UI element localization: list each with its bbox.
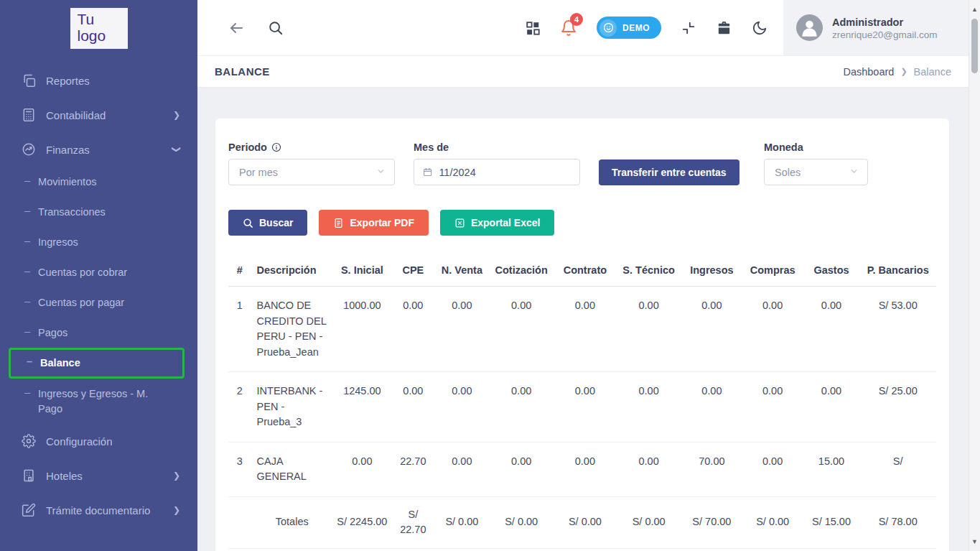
arrow-left-icon	[228, 19, 245, 37]
sidebar-subitem-ingresos[interactable]: – Ingresos	[0, 227, 197, 257]
cell-compras: 0.00	[742, 442, 803, 496]
sidebar-subitem-ingresos-egresos[interactable]: – Ingresos y Egresos - M. Pago	[0, 379, 197, 424]
total-contrato: S/ 0.00	[554, 496, 617, 548]
avatar	[796, 14, 823, 41]
sidebar-subitem-pagos[interactable]: – Pagos	[0, 318, 197, 348]
cell-gastos: 0.00	[803, 372, 860, 443]
total-cotizacion: S/ 0.00	[489, 496, 554, 548]
col-gastos: Gastos	[803, 256, 860, 287]
sidebar-item-reportes[interactable]: Reportes	[0, 63, 197, 98]
top-header: 4 DEMO Administrador	[197, 0, 969, 55]
notification-badge: 4	[570, 13, 583, 26]
export-pdf-label: Exportar PDF	[350, 217, 414, 228]
sidebar-nav: Reportes Contabilidad ❯ Finanzas ❯ – Mov…	[0, 63, 197, 527]
transfer-between-accounts-button[interactable]: Transferir entre cuentas	[599, 159, 739, 185]
search-button[interactable]	[268, 20, 284, 36]
col-s-tecnico: S. Técnico	[616, 256, 681, 287]
row-description: BANCO DE CREDITO DEL PERU - PEN - Prueba…	[251, 287, 333, 372]
document-edit-icon	[22, 503, 36, 517]
periodo-label: Periodo	[228, 142, 267, 153]
cell-s-inicial: 1245.00	[333, 372, 391, 443]
window-scrollbar[interactable]: ▲ ▼	[969, 0, 980, 551]
totals-label: Totales	[251, 496, 333, 548]
sidebar-item-tramite-documentario[interactable]: Trámite documentario ❯	[0, 493, 197, 527]
total-p-bancarios: S/ 78.00	[859, 496, 936, 548]
chevron-down-icon: ❯	[172, 146, 182, 153]
mes-label: Mes de	[414, 142, 580, 153]
sidebar-subitem-transacciones[interactable]: – Transacciones	[0, 197, 197, 227]
cell-cotizacion: 0.00	[489, 287, 554, 372]
row-num: 1	[228, 287, 251, 372]
periodo-select[interactable]: Por mes	[228, 159, 395, 185]
scroll-up-arrow-icon[interactable]: ▲	[969, 6, 980, 13]
buscar-button[interactable]: Buscar	[228, 210, 307, 236]
cell-n-venta: 0.00	[435, 372, 489, 443]
cell-s-tecnico: 0.00	[616, 287, 681, 372]
cell-cpe: 0.00	[391, 372, 435, 443]
sidebar-item-label: Hoteles	[46, 470, 173, 482]
breadcrumb-dashboard-link[interactable]: Dashboard	[843, 66, 894, 78]
scroll-down-arrow-icon[interactable]: ▼	[969, 538, 980, 545]
col-descripcion: Descripción	[251, 256, 333, 287]
dark-mode-button[interactable]	[752, 20, 767, 36]
briefcase-icon	[716, 19, 732, 36]
cell-ingresos: 0.00	[681, 287, 742, 372]
sidebar-subitem-movimientos[interactable]: – Movimientos	[0, 167, 197, 197]
moneda-selected-value: Soles	[775, 167, 801, 178]
sidebar-subitem-balance-active[interactable]: – Balance	[9, 348, 185, 379]
gear-icon	[22, 434, 36, 448]
export-pdf-button[interactable]: Exportar PDF	[319, 210, 428, 236]
export-excel-button[interactable]: Exportal Excel	[440, 210, 555, 236]
back-button[interactable]	[228, 19, 245, 37]
calendar-icon	[423, 167, 432, 177]
mes-input[interactable]	[439, 167, 571, 178]
sidebar-item-configuracion[interactable]: Configuración	[0, 424, 197, 458]
compress-icon	[681, 20, 696, 36]
search-icon	[268, 20, 284, 36]
export-excel-label: Exportal Excel	[471, 217, 541, 228]
moneda-select[interactable]: Soles	[764, 159, 868, 185]
compress-screen-button[interactable]	[681, 20, 696, 36]
subitem-label: Ingresos y Egresos - M. Pago	[38, 386, 169, 417]
logo[interactable]: Tu logo	[0, 0, 197, 49]
sidebar-item-finanzas[interactable]: Finanzas ❯	[0, 132, 197, 167]
sidebar-item-contabilidad[interactable]: Contabilidad ❯	[0, 98, 197, 132]
col-s-inicial: S. Inicial	[333, 256, 391, 287]
demo-badge-label: DEMO	[622, 23, 650, 33]
grid-icon	[525, 20, 541, 36]
scrollbar-thumb[interactable]	[971, 19, 978, 73]
sidebar-item-hoteles[interactable]: Hoteles ❯	[0, 458, 197, 493]
subitem-label: Movimientos	[38, 175, 96, 190]
col-num: #	[228, 256, 251, 287]
cell-ingresos: 70.00	[681, 442, 742, 496]
cell-compras: 0.00	[742, 287, 803, 372]
actions-row: Buscar Exportar PDF Exportal Excel	[228, 210, 936, 236]
moon-icon	[752, 20, 767, 36]
cell-gastos: 15.00	[803, 442, 860, 496]
main-area: 4 DEMO Administrador	[197, 0, 969, 551]
notifications-button[interactable]: 4	[560, 19, 577, 37]
sidebar-item-label: Trámite documentario	[46, 504, 173, 517]
sidebar-item-label: Finanzas	[46, 144, 173, 156]
cell-s-inicial: 0.00	[333, 442, 391, 496]
total-ingresos: S/ 70.00	[681, 496, 742, 548]
table-row: 3 CAJA GENERAL 0.00 22.70 0.00 0.00 0.00…	[228, 442, 936, 496]
user-menu[interactable]: Administrador zrenrique20@gmail.com	[783, 0, 969, 55]
sidebar-subitem-cuentas-por-pagar[interactable]: – Cuentas por pagar	[0, 287, 197, 318]
page-title: BALANCE	[215, 65, 270, 78]
row-description: INTERBANK - PEN - Prueba_3	[251, 372, 333, 443]
col-cotizacion: Cotización	[489, 256, 554, 287]
subitem-label: Balance	[40, 356, 80, 371]
balance-card: Periodo Por mes Mes de	[215, 119, 949, 551]
table-row: 1 BANCO DE CREDITO DEL PERU - PEN - Prue…	[228, 287, 936, 372]
table-row: 2 INTERBANK - PEN - Prueba_3 1245.00 0.0…	[228, 372, 936, 443]
reports-icon	[22, 73, 36, 88]
dash-icon: –	[24, 235, 30, 246]
filters-row: Periodo Por mes Mes de	[228, 142, 936, 185]
apps-grid-button[interactable]	[525, 20, 541, 36]
sidebar-subitem-cuentas-por-cobrar[interactable]: – Cuentas por cobrar	[0, 257, 197, 287]
demo-badge-button[interactable]: DEMO	[597, 17, 661, 39]
pdf-file-icon	[333, 218, 344, 228]
total-cpe: S/ 22.70	[391, 496, 435, 548]
store-button[interactable]	[716, 19, 732, 36]
